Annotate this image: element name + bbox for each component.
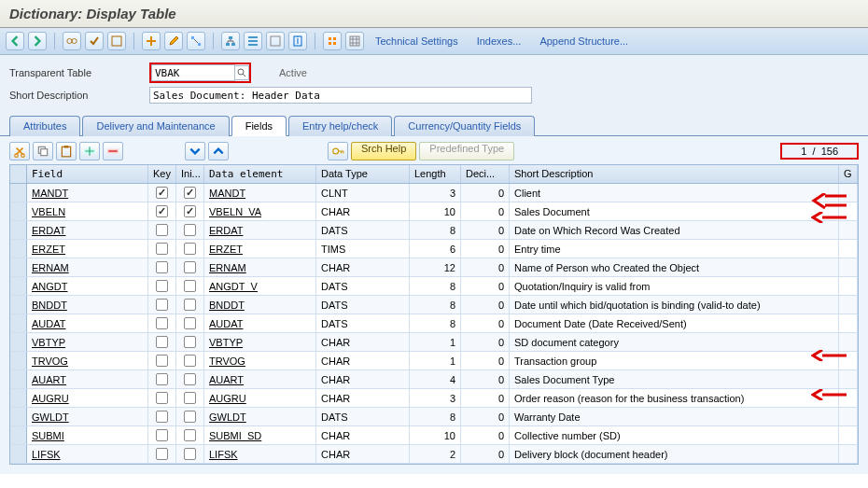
search-help-button[interactable]: Srch Help [351,142,416,160]
cell-field[interactable]: AUDAT [27,314,148,332]
insert-row-icon[interactable] [79,142,100,160]
row-selector[interactable] [10,333,27,351]
col-data-type[interactable]: Data Type [316,165,410,183]
cell-initial[interactable] [176,408,204,425]
cell-data-element[interactable]: LIFSK [204,445,316,463]
cell-key[interactable] [148,277,176,295]
cell-initial[interactable] [176,258,204,276]
cell-initial[interactable] [176,202,204,220]
check-icon[interactable] [107,32,126,50]
collapse-icon[interactable] [208,142,229,160]
checkbox-icon[interactable] [184,392,196,404]
table-row[interactable]: TRVOGTRVOGCHAR10Transaction group [10,352,858,370]
checkbox-icon[interactable] [184,224,196,236]
cell-data-element[interactable]: AUDAT [204,314,316,332]
table-row[interactable]: MANDTMANDTCLNT30Client [10,184,858,202]
tab-fields[interactable]: Fields [231,116,287,136]
row-selector[interactable] [10,221,27,239]
checkbox-icon[interactable] [156,187,168,199]
cell-initial[interactable] [176,184,204,202]
row-selector[interactable] [10,389,27,407]
checkbox-icon[interactable] [184,429,196,441]
checkbox-icon[interactable] [184,205,196,217]
cell-key[interactable] [148,202,176,220]
outline-icon[interactable] [244,32,262,50]
col-data-element[interactable]: Data element [204,165,316,183]
cell-field[interactable]: ERZET [27,240,148,258]
checkbox-icon[interactable] [156,411,168,423]
predefined-type-button[interactable]: Predefined Type [419,142,514,160]
cell-key[interactable] [148,352,176,369]
checkbox-icon[interactable] [184,243,196,255]
row-selector[interactable] [10,314,27,332]
checkbox-icon[interactable] [184,261,196,273]
cell-initial[interactable] [176,389,204,407]
table-row[interactable]: ANGDTANGDT_VDATS80Quotation/Inquiry is v… [10,277,858,296]
table-row[interactable]: ERNAMERNAMCHAR120Name of Person who Crea… [10,258,858,277]
tab-attributes[interactable]: Attributes [9,116,80,136]
info-icon[interactable]: i [288,32,307,50]
checkbox-icon[interactable] [184,280,196,292]
table-name-input[interactable] [151,64,235,81]
cell-field[interactable]: AUGRU [27,389,148,407]
cell-data-element[interactable]: ANGDT_V [204,277,316,295]
cell-field[interactable]: VBTYP [27,333,148,351]
col-key[interactable]: Key [148,165,176,183]
cell-field[interactable]: BNDDT [27,296,148,314]
cell-initial[interactable] [176,296,204,314]
cell-initial[interactable] [176,221,204,239]
cell-field[interactable]: ANGDT [27,277,148,295]
row-selector[interactable] [10,184,27,202]
delete-row-icon[interactable] [103,142,123,160]
cell-field[interactable]: TRVOG [27,352,148,369]
graphic-icon[interactable] [266,32,285,50]
table-row[interactable]: AUARTAUARTCHAR40Sales Document Type [10,370,858,389]
cell-key[interactable] [148,184,176,202]
checkbox-icon[interactable] [156,317,168,329]
row-selector[interactable] [10,202,27,220]
col-field[interactable]: Field [27,165,148,183]
checkbox-icon[interactable] [156,336,168,348]
checkbox-icon[interactable] [156,224,168,236]
key-icon[interactable] [328,142,348,160]
cell-key[interactable] [148,370,176,388]
checkbox-icon[interactable] [184,336,196,348]
cell-data-element[interactable]: ERNAM [204,258,316,276]
paste-icon[interactable] [56,142,77,160]
cell-field[interactable]: ERDAT [27,221,148,239]
row-selector[interactable] [10,277,27,295]
cell-initial[interactable] [176,426,204,444]
row-selector[interactable] [10,370,27,388]
checkbox-icon[interactable] [184,373,196,385]
cell-key[interactable] [148,426,176,444]
checkbox-icon[interactable] [156,355,168,367]
hierarchy-icon[interactable] [221,32,240,50]
table-icon[interactable] [345,32,364,50]
cell-data-element[interactable]: ERDAT [204,221,316,239]
checkbox-icon[interactable] [184,355,196,367]
glasses-icon[interactable] [63,32,81,50]
col-decimals[interactable]: Deci... [461,165,510,183]
cell-key[interactable] [148,296,176,314]
table-row[interactable]: AUDATAUDATDATS80Document Date (Date Rece… [10,314,858,333]
table-row[interactable]: VBELNVBELN_VACHAR100Sales Document [10,202,858,221]
tab-currency[interactable]: Currency/Quantity Fields [394,116,535,136]
cell-key[interactable] [148,314,176,332]
edit-icon[interactable] [164,32,183,50]
row-selector[interactable] [10,240,27,258]
append-structure-link[interactable]: Append Structure... [532,35,636,47]
cell-data-element[interactable]: VBELN_VA [204,202,316,220]
col-initial[interactable]: Ini... [176,165,204,183]
technical-settings-link[interactable]: Technical Settings [368,35,466,47]
checkbox-icon[interactable] [156,280,168,292]
table-row[interactable]: ERZETERZETTIMS60Entry time [10,240,858,258]
cell-key[interactable] [148,389,176,407]
cell-data-element[interactable]: BNDDT [204,296,316,314]
checkbox-icon[interactable] [156,448,168,460]
checkbox-icon[interactable] [156,261,168,273]
checkbox-icon[interactable] [184,411,196,423]
forward-icon[interactable] [28,32,47,50]
table-row[interactable]: ERDATERDATDATS80Date on Which Record Was… [10,221,858,240]
row-selector[interactable] [10,258,27,276]
f4-help-icon[interactable] [234,65,249,80]
